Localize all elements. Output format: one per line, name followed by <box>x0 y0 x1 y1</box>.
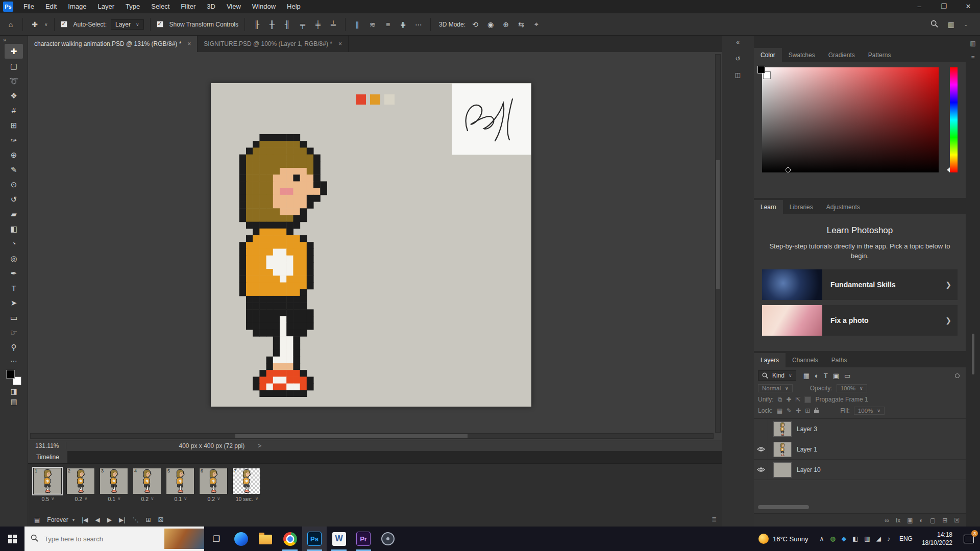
menu-view[interactable]: View <box>222 0 246 13</box>
distribute-vertical-icon[interactable]: ≋ <box>367 20 378 29</box>
layer-thumbnail[interactable] <box>773 462 792 478</box>
filter-pixel-layers-icon[interactable]: ▦ <box>803 372 810 380</box>
blur-tool[interactable]: ◔ <box>5 236 23 251</box>
frame-duration-select[interactable]: 0.5∨ <box>33 496 63 502</box>
close-tab-icon[interactable]: × <box>338 40 342 47</box>
layer-name[interactable]: Layer 10 <box>797 466 821 473</box>
tool-preset-caret-icon[interactable]: ∨ <box>44 22 48 27</box>
workspace-switcher-icon[interactable]: ▥ <box>945 20 957 29</box>
menu-file[interactable]: File <box>18 0 39 13</box>
frame-duration-select[interactable]: 0.2∨ <box>66 496 96 502</box>
align-left-edges-icon[interactable]: ╟ <box>251 20 262 29</box>
volume-icon[interactable]: ♪ <box>887 535 890 542</box>
frame-tool[interactable]: ⊞ <box>5 118 23 133</box>
tray-app-icon[interactable]: ◍ <box>830 535 835 542</box>
layer-filter-kind-dropdown[interactable]: Kind ∨ <box>758 370 796 381</box>
workspace-caret-icon[interactable]: ⌄ <box>964 22 968 27</box>
tab-channels[interactable]: Channels <box>786 353 825 367</box>
file-explorer-taskbar-icon[interactable] <box>253 527 278 551</box>
tab-patterns[interactable]: Patterns <box>862 48 898 62</box>
timeline-frame-7[interactable]: 7 10 sec.∨ <box>232 468 262 502</box>
align-top-edges-icon[interactable]: ╤ <box>297 20 308 29</box>
object-selection-tool[interactable]: ❖ <box>5 88 23 103</box>
edge-taskbar-icon[interactable] <box>229 527 253 551</box>
history-brush-tool[interactable]: ↺ <box>5 192 23 207</box>
collapse-panels-icon[interactable]: « <box>736 39 740 46</box>
timeline-frame-6[interactable]: 6 0.2∨ <box>199 468 229 502</box>
tray-app-icon[interactable]: ◆ <box>842 535 846 542</box>
frame-duration-select[interactable]: 10 sec.∨ <box>232 496 262 502</box>
gradient-tool[interactable]: ◧ <box>5 221 23 236</box>
tween-frames-icon[interactable]: ⋱ <box>132 516 138 523</box>
weather-widget[interactable]: 16°C Sunny <box>752 527 815 551</box>
tab-color[interactable]: Color <box>754 48 782 62</box>
horizontal-scrollbar[interactable] <box>30 433 714 439</box>
search-input[interactable] <box>43 535 140 543</box>
menu-filter[interactable]: Filter <box>176 0 201 13</box>
learn-card-fundamental-skills[interactable]: Fundamental Skills ❯ <box>762 269 958 300</box>
current-tool-icon[interactable]: ✚ <box>29 20 40 29</box>
menu-image[interactable]: Image <box>63 0 91 13</box>
menu-3d[interactable]: 3D <box>202 0 220 13</box>
tab-gradients[interactable]: Gradients <box>822 48 862 62</box>
task-view-button[interactable]: ❐ <box>204 527 229 551</box>
convert-to-video-timeline-icon[interactable]: ≣ <box>712 516 717 523</box>
timeline-frame-2[interactable]: 2 0.2∨ <box>66 468 96 502</box>
visibility-toggle[interactable] <box>754 419 768 439</box>
show-transform-checkbox[interactable] <box>157 21 163 28</box>
path-selection-tool[interactable]: ➤ <box>5 295 23 310</box>
layers-scrollbar[interactable] <box>758 505 809 509</box>
quick-mask-icon[interactable]: ◨ <box>10 387 17 395</box>
distribute-horizontal-icon[interactable]: ∥ <box>352 20 363 29</box>
status-chevron-icon[interactable]: > <box>258 442 261 449</box>
filter-toggle-icon[interactable] <box>955 373 960 378</box>
filter-smart-objects-icon[interactable]: ▭ <box>844 372 850 380</box>
delete-frame-icon[interactable]: ☒ <box>158 516 163 523</box>
photoshop-taskbar-icon[interactable]: Ps <box>302 527 327 551</box>
filter-adjustment-layers-icon[interactable]: ◐ <box>815 372 819 380</box>
frame-duration-select[interactable]: 0.2∨ <box>199 496 229 502</box>
menu-edit[interactable]: Edit <box>40 0 62 13</box>
type-tool[interactable]: T <box>5 281 23 295</box>
tab-adjustments[interactable]: Adjustments <box>820 200 867 214</box>
saturation-brightness-field[interactable] <box>762 67 939 172</box>
link-layers-icon[interactable]: ∞ <box>885 517 889 524</box>
first-frame-icon[interactable]: |◀ <box>82 516 88 523</box>
menu-layer[interactable]: Layer <box>93 0 120 13</box>
dock-menu-icon[interactable]: ≡ <box>971 54 974 61</box>
rectangle-tool[interactable]: ▭ <box>5 310 23 325</box>
timeline-tab[interactable]: Timeline <box>28 451 67 463</box>
tab-libraries[interactable]: Libraries <box>783 200 820 214</box>
previous-frame-icon[interactable]: ◀ <box>95 516 100 523</box>
color-field-cursor[interactable] <box>786 167 791 172</box>
adjustment-layer-icon[interactable]: ◐ <box>920 517 923 524</box>
eyedropper-tool[interactable]: ✑ <box>5 133 23 147</box>
frame-duration-select[interactable]: 0.1∨ <box>100 496 129 502</box>
frame-duration-select[interactable]: 0.1∨ <box>166 496 195 502</box>
tray-settings-icon[interactable]: ▥ <box>864 535 870 542</box>
menu-help[interactable]: Help <box>282 0 306 13</box>
panel-scrollbar[interactable] <box>972 334 974 374</box>
hue-slider[interactable] <box>950 67 958 172</box>
foreground-color-swatch[interactable] <box>757 66 765 73</box>
tab-layers[interactable]: Layers <box>754 353 786 367</box>
menu-type[interactable]: Type <box>120 0 145 13</box>
new-group-icon[interactable]: ▢ <box>930 517 936 524</box>
auto-select-target-dropdown[interactable]: Layer ∨ <box>111 19 144 30</box>
timeline-options-icon[interactable]: ▤ <box>34 516 40 523</box>
healing-brush-tool[interactable]: ⊕ <box>5 147 23 162</box>
tray-shield-icon[interactable]: ◧ <box>852 535 858 542</box>
word-taskbar-icon[interactable]: W <box>327 527 351 551</box>
clock[interactable]: 14:18 18/10/2022 <box>917 527 958 551</box>
close-tab-icon[interactable]: × <box>187 40 191 47</box>
properties-panel-icon[interactable]: ◫ <box>735 71 741 79</box>
new-layer-icon[interactable]: ⊞ <box>942 517 947 524</box>
timeline-frame-1[interactable]: 1 0.5∨ <box>33 468 63 502</box>
layer-thumbnail[interactable] <box>773 442 792 457</box>
tab-character-walking-animation[interactable]: character walking animation.PSD @ 131% (… <box>28 36 198 52</box>
start-button[interactable] <box>0 527 24 551</box>
next-frame-icon[interactable]: ▶| <box>119 516 125 523</box>
play-icon[interactable]: ▶ <box>107 516 112 523</box>
language-indicator[interactable]: ENG <box>895 527 917 551</box>
toolbar-collapse-icon[interactable]: » <box>0 37 8 44</box>
